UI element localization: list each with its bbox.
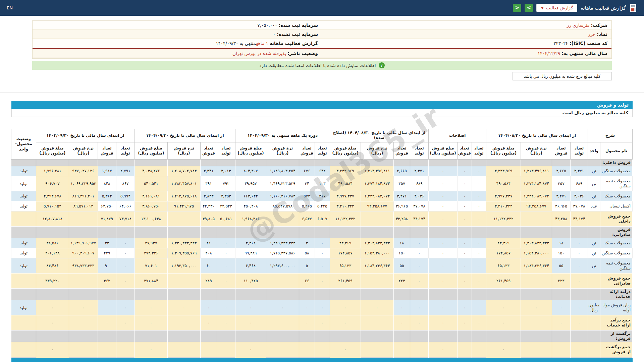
table-cell: ۹۰۶,۷۰۷ (36, 176, 69, 191)
table-cell: ۲۲۳ (393, 274, 410, 289)
table-cell: ۱,۳۷۴,۱۸۴,۸۷۴ (521, 176, 552, 191)
table-cell: تن (588, 258, 600, 274)
table-cell (36, 160, 69, 166)
info-row: نماد: خزرسرمایه ثبت نشده: ۰ (33, 30, 611, 39)
section-row: فروش داخلی: (11, 160, 632, 166)
table-cell: ۰ (472, 191, 486, 201)
table-cell: ۶۶ (299, 274, 315, 289)
table-cell (330, 227, 361, 238)
table-cell (69, 330, 98, 342)
table-cell (361, 274, 393, 289)
table-cell: ۱۸ (393, 238, 410, 248)
table-cell: ۰ (235, 300, 266, 315)
table-cell: ۱,۹۱۷ (98, 166, 116, 176)
report-dropdown-label: گزارش فعالیت (546, 5, 573, 10)
table-cell: تولید (11, 300, 36, 315)
table-cell: تن (588, 248, 600, 258)
table-cell (361, 342, 393, 357)
table-cell: ۰ (570, 315, 588, 330)
table-cell: ۰ (472, 238, 486, 248)
table-cell: ۶۵,۱۳۳ (486, 258, 521, 274)
info-cell: نماد: خزر (322, 30, 611, 39)
table-cell: ۰ (116, 258, 135, 274)
table-cell: ۰ (410, 300, 428, 315)
table-cell: تولید (11, 166, 36, 176)
section-header-production: تولید و فروش (11, 101, 633, 109)
table-cell (11, 212, 36, 227)
table-cell (315, 330, 330, 342)
table-cell (266, 330, 299, 342)
table-cell: تولید (11, 248, 36, 258)
table-cell: ۴۴,۱۷۴ (570, 212, 588, 227)
table-cell: ۸۵,۵۴۷,۵۷۸ (266, 201, 299, 212)
table-cell: ۰ (428, 201, 457, 212)
table-cell (36, 289, 69, 300)
column-header: تعداد فروش (457, 142, 472, 160)
table-cell: ۱,۳۰۳,۸۳۳,۳۳۳ (361, 238, 393, 248)
table-cell: ۰ (361, 300, 393, 315)
table-cell: ۳ (299, 238, 315, 248)
report-icon (629, 3, 637, 13)
table-cell: ۳,۹۹۷,۴۳۷ (330, 191, 361, 201)
language-toggle-en[interactable]: EN (7, 5, 13, 10)
table-cell: ۴۹۰,۵۸۴ (486, 176, 521, 191)
table-cell: ۰ (217, 274, 235, 289)
table-cell: ۰ (570, 248, 588, 258)
table-cell: ۰ (315, 258, 330, 274)
table-cell: ۱,۲۰۸,۷۰۲,۷۸۴ (167, 166, 200, 176)
table-cell: ۹۳۷,۰۲۷,۱۲۶ (69, 166, 98, 176)
table-row: محصولات سبکتن۴,۰۳۶۳,۲۷۱۱,۲۲۲,۰۸۴,۰۷۲۳,۹۹… (11, 191, 632, 201)
report-type-dropdown[interactable]: گزارش فعالیت ▼ (536, 4, 577, 12)
column-header: تعداد فروش (299, 142, 315, 160)
table-cell: تن (588, 191, 600, 201)
table-cell: ۳,۲۳۳,۹۶۹ (330, 166, 361, 176)
chevron-down-icon: ▼ (541, 6, 543, 10)
table-cell (200, 342, 217, 357)
table-cell: ۱۱,۱۳۲,۳۳۲ (330, 212, 361, 227)
table-cell: ۰ (472, 315, 486, 330)
table-cell: ۱,۱۸۴,۲۳۶,۳۶۴ (361, 258, 393, 274)
table-units-note: کلیه مبالغ به میلیون ریال است (11, 109, 633, 117)
table-cell: ۰ (457, 274, 472, 289)
table-cell (266, 212, 299, 227)
table-cell (98, 227, 116, 238)
table-cell (167, 227, 200, 238)
table-cell (393, 227, 410, 238)
table-cell: ۸۹,۵۷۱,۰۱۲ (69, 201, 98, 212)
table-cell: ۳,۴۱۰,۳۴۲ (330, 201, 361, 212)
table-cell: ۰ (217, 238, 235, 248)
table-cell: ۶,۵۰۷ (315, 212, 330, 227)
column-header: نرخ فروش (ریال) (69, 142, 98, 160)
column-header: تعداد فروش (200, 142, 217, 160)
table-cell: ۰ (570, 238, 588, 248)
table-cell (116, 289, 135, 300)
table-cell: ۰ (457, 238, 472, 248)
table-cell: ۰ (116, 248, 135, 258)
table-row: محصولات سبکتن۰۱۸۱,۳۰۳,۸۳۳,۳۳۳۲۳,۴۶۹۰۰۰۰۱… (11, 238, 632, 248)
column-header: تعداد تولید (116, 142, 135, 160)
table-cell: ۳,۸۶۰,۷۵۰ (135, 201, 167, 212)
table-cell (472, 227, 486, 238)
next-report-button[interactable]: > (525, 4, 533, 12)
table-cell: ۳,۳۴۱ (200, 166, 217, 176)
table-cell (217, 227, 235, 238)
table-cell: ۵,۳۶۴ (98, 191, 116, 201)
table-cell: ۳۱۷ (315, 191, 330, 201)
prev-report-button[interactable]: < (513, 4, 521, 12)
table-cell (361, 212, 393, 227)
table-cell (235, 160, 266, 166)
table-cell (428, 227, 457, 238)
table-cell: ۰ (410, 258, 428, 274)
table-cell (116, 342, 135, 357)
table-cell (200, 330, 217, 342)
table-cell (393, 342, 410, 357)
table-cell: ۸۶۷ (116, 176, 135, 191)
table-cell: جمع درآمد ارائه خدمات (600, 315, 633, 330)
column-header: نام محصول (600, 142, 633, 160)
column-header: مبلغ فروش (میلیون ریال) (235, 142, 266, 160)
table-cell (200, 227, 217, 238)
table-cell: ۴,۶۶۱,۰۸۱ (135, 191, 167, 201)
table-cell: ۱,۰۶۹,۲۲۹,۹۵۳ (69, 176, 98, 191)
table-cell (552, 289, 570, 300)
table-cell: ۰ (410, 315, 428, 330)
